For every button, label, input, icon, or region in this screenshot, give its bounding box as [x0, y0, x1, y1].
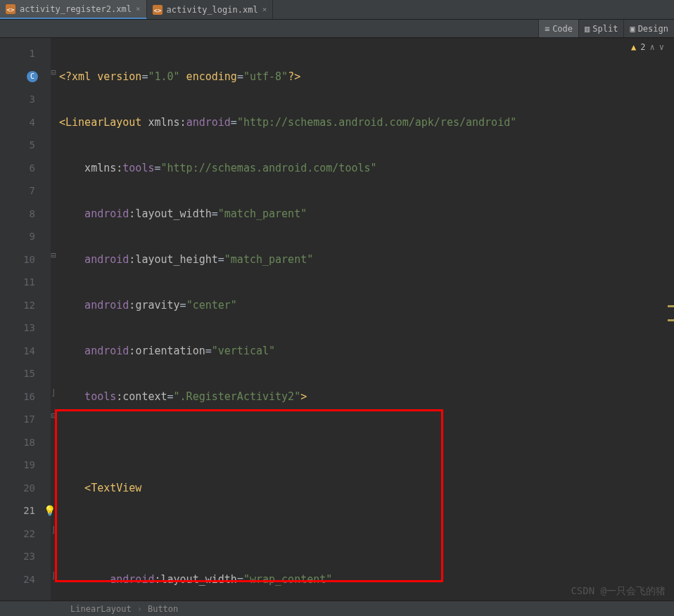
svg-text:<>: <>: [153, 7, 161, 14]
code-line[interactable]: <TextView: [59, 477, 674, 500]
editor-tabs: <> activity_register2.xml × <> activity_…: [0, 0, 674, 20]
code-line[interactable]: android:gravity="center": [59, 294, 674, 317]
code-line[interactable]: [59, 431, 674, 454]
watermark: CSDN @一只会飞的猪: [571, 585, 666, 598]
warning-mark[interactable]: [668, 319, 674, 321]
split-icon: ▥: [585, 24, 590, 34]
warning-icon: ▲: [631, 42, 636, 52]
lines-icon: ≡: [545, 24, 549, 34]
xml-file-icon: <>: [6, 4, 15, 14]
chevron-down-icon[interactable]: ∨: [659, 42, 664, 52]
code-line[interactable]: xmlns:tools="http://schemas.android.com/…: [59, 157, 674, 180]
warning-count: 2: [640, 42, 645, 52]
breadcrumb: LinearLayout › Button: [0, 601, 674, 616]
xml-file-icon: <>: [153, 5, 163, 15]
code-line[interactable]: android:layout_width="match_parent": [59, 203, 674, 226]
tab-login[interactable]: <> activity_login.xml ×: [147, 0, 274, 19]
scrollbar-marks[interactable]: [667, 38, 674, 601]
view-design-button[interactable]: ▣ Design: [623, 20, 674, 37]
close-icon[interactable]: ×: [136, 4, 141, 13]
code-line[interactable]: android:layout_height="match_parent": [59, 248, 674, 271]
view-toolbar: ≡ Code ▥ Split ▣ Design: [0, 20, 674, 38]
code-line[interactable]: <LinearLayout xmlns:android="http://sche…: [59, 111, 674, 134]
svg-text:<>: <>: [7, 6, 15, 13]
view-code-button[interactable]: ≡ Code: [538, 20, 578, 37]
warning-mark[interactable]: [668, 305, 674, 307]
tab-register2[interactable]: <> activity_register2.xml ×: [0, 0, 147, 19]
inspection-widget[interactable]: ▲ 2 ∧ ∨: [631, 42, 664, 52]
fold-column: ⊟ ⊟ ⌋ ⊟ ⌋ ⌋: [39, 38, 49, 601]
view-split-button[interactable]: ▥ Split: [578, 20, 623, 37]
code-line[interactable]: [59, 522, 674, 546]
close-icon[interactable]: ×: [262, 5, 267, 14]
breadcrumb-item[interactable]: LinearLayout: [70, 604, 132, 614]
tab-label: activity_register2.xml: [20, 4, 132, 14]
tab-label: activity_login.xml: [167, 5, 258, 15]
gutter[interactable]: 1 C2 3 4 5 6 7 8 9 10 11 12 13 14 15 16 …: [0, 38, 51, 601]
editor: 1 C2 3 4 5 6 7 8 9 10 11 12 13 14 15 16 …: [0, 38, 674, 601]
code-line[interactable]: tools:context=".RegisterActivity2">: [59, 385, 674, 409]
chevron-up-icon[interactable]: ∧: [650, 42, 655, 52]
code-line[interactable]: <?xml version="1.0" encoding="utf-8"?>: [59, 65, 674, 89]
code-line[interactable]: android:orientation="vertical": [59, 340, 674, 363]
code-area[interactable]: <?xml version="1.0" encoding="utf-8"?> <…: [51, 38, 674, 601]
design-icon: ▣: [630, 24, 635, 34]
breadcrumb-item[interactable]: Button: [148, 604, 178, 614]
class-icon[interactable]: C: [27, 71, 38, 82]
chevron-right-icon: ›: [137, 604, 142, 614]
